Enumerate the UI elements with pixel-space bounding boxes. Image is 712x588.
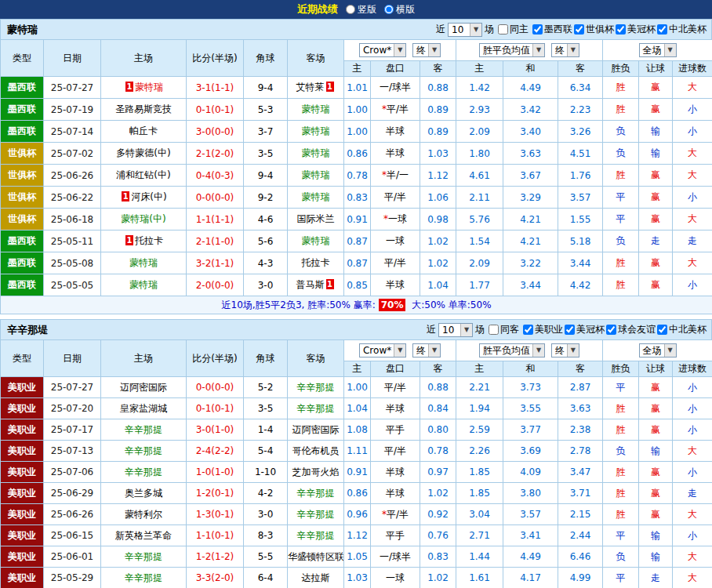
company-dropdown[interactable]: Crow*▼: [359, 343, 406, 358]
final-odds-dropdown[interactable]: 终▼: [412, 43, 441, 57]
league-cell: 美职业: [1, 377, 44, 398]
home-team-cell[interactable]: 多特蒙德(中): [101, 143, 187, 165]
away-team-cell[interactable]: 辛辛那提: [288, 483, 344, 504]
euro-draw-odds-cell: 4.21: [503, 209, 558, 230]
home-team-cell[interactable]: 奥兰多城: [101, 483, 187, 504]
league-filter-checkbox[interactable]: 球会友谊: [606, 323, 656, 336]
home-team-cell[interactable]: 皇家盐湖城: [101, 398, 187, 419]
league-cell: 墨西联: [1, 99, 44, 121]
league-checkbox-input[interactable]: [532, 24, 543, 34]
asian-away-odds-cell: 0.76: [420, 525, 456, 546]
euro-draw-odds-cell: 3.57: [503, 504, 558, 525]
away-team-cell[interactable]: 托拉卡: [288, 252, 344, 274]
home-team-cell[interactable]: 1蒙特瑞: [101, 77, 187, 99]
home-team-cell[interactable]: 辛辛那提: [101, 568, 187, 588]
league-checkbox-input[interactable]: [574, 24, 584, 34]
home-team-cell[interactable]: 辛辛那提: [101, 546, 187, 568]
corner-cell: 9-4: [244, 165, 288, 187]
away-team-cell[interactable]: 蒙特瑞: [288, 143, 344, 165]
subcol-euro-away: 客: [558, 61, 603, 77]
league-checkbox-input[interactable]: [657, 24, 667, 34]
scope-dropdown[interactable]: 全场▼: [639, 343, 677, 358]
away-team-cell[interactable]: 芝加哥火焰: [288, 462, 344, 483]
home-team-cell[interactable]: 新英格兰革命: [101, 525, 187, 546]
away-team-cell[interactable]: 辛辛那提: [288, 377, 344, 398]
league-checkbox-input[interactable]: [606, 325, 616, 335]
scope-dropdown[interactable]: 全场▼: [639, 43, 677, 57]
league-checkbox-input[interactable]: [616, 24, 626, 34]
corner-cell: 5-3: [244, 99, 288, 121]
euro-away-odds-cell: 3.57: [558, 187, 603, 209]
away-team-cell[interactable]: 普马斯1: [288, 274, 344, 296]
league-checkbox-input[interactable]: [523, 325, 533, 335]
away-team-cell[interactable]: 蒙特瑞: [288, 99, 344, 121]
euro-away-odds-cell: 3.47: [558, 462, 603, 483]
away-team-cell[interactable]: 哥伦布机员: [288, 441, 344, 462]
col-home-header: 主场: [101, 40, 187, 77]
horizontal-radio-input[interactable]: [384, 5, 394, 14]
home-team-cell[interactable]: 圣路易斯竞技: [101, 99, 187, 121]
layout-vertical-radio[interactable]: 竖版: [346, 3, 376, 16]
euro-away-odds-cell: 5.18: [558, 230, 603, 252]
same-venue-filter[interactable]: 同客: [489, 323, 519, 336]
home-team-cell[interactable]: 辛辛那提: [101, 441, 187, 462]
home-team-cell[interactable]: 辛辛那提: [101, 462, 187, 483]
dropdown-arrow-icon: ▼: [664, 44, 676, 56]
league-filter-checkbox[interactable]: 美职业: [523, 323, 563, 336]
league-checkbox-label: 美职业: [535, 323, 563, 336]
result-cell: 胜: [603, 504, 639, 525]
same-venue-checkbox[interactable]: [489, 325, 499, 335]
home-team-cell[interactable]: 浦和红钻(中): [101, 165, 187, 187]
league-checkbox-input[interactable]: [657, 325, 667, 335]
league-filter-checkbox[interactable]: 世俱杯: [574, 23, 614, 36]
away-team-cell[interactable]: 蒙特瑞: [288, 230, 344, 252]
col-away-header: 客场: [288, 40, 344, 77]
away-team-cell[interactable]: 辛辛那提: [288, 398, 344, 419]
company-dropdown[interactable]: Crow*▼: [359, 43, 406, 57]
away-team-cell[interactable]: 华盛顿特区联: [288, 546, 344, 568]
date-cell: 25-05-05: [44, 274, 101, 296]
away-team-cell[interactable]: 艾特莱1: [288, 77, 344, 99]
final-odds-dropdown[interactable]: 终▼: [412, 343, 441, 358]
home-team-cell[interactable]: 辛辛那提: [101, 419, 187, 441]
league-filter-checkbox[interactable]: 中北美杯: [657, 23, 707, 36]
same-venue-filter[interactable]: 同主: [498, 23, 529, 36]
home-team-cell[interactable]: 1河床(中): [101, 187, 187, 209]
away-team-cell[interactable]: 国际米兰: [288, 209, 344, 230]
away-team-cell[interactable]: 蒙特瑞: [288, 165, 344, 187]
away-team-cell[interactable]: 迈阿密国际: [288, 419, 344, 441]
vertical-radio-input[interactable]: [346, 5, 355, 14]
league-checkbox-input[interactable]: [565, 325, 575, 335]
euro-draw-odds-cell: 3.77: [503, 419, 558, 441]
home-team-cell[interactable]: 蒙特瑞: [101, 252, 187, 274]
away-team-cell[interactable]: 辛辛那提: [288, 525, 344, 546]
away-team-cell[interactable]: 达拉斯: [288, 568, 344, 588]
result-cell: 平: [603, 568, 639, 588]
league-filter-checkbox[interactable]: 墨西联: [532, 23, 572, 36]
home-team-cell[interactable]: 迈阿密国际: [101, 377, 187, 398]
layout-horizontal-radio[interactable]: 横版: [384, 3, 415, 16]
home-team-cell[interactable]: 蒙特瑞: [101, 274, 187, 296]
home-team-cell[interactable]: 蒙特利尔: [101, 504, 187, 525]
asian-home-odds-cell: 0.91: [344, 209, 371, 230]
final-avg-dropdown[interactable]: 终▼: [551, 43, 579, 57]
same-venue-checkbox[interactable]: [498, 24, 508, 34]
away-team-cell[interactable]: 蒙特瑞: [288, 187, 344, 209]
league-filter-checkbox[interactable]: 美冠杯: [616, 23, 656, 36]
away-team-cell[interactable]: 蒙特瑞: [288, 121, 344, 143]
final-avg-dropdown[interactable]: 终▼: [551, 343, 579, 358]
home-team-cell[interactable]: 蒙特瑞(中): [101, 209, 187, 230]
home-team-cell[interactable]: 帕丘卡: [101, 121, 187, 143]
avg-odds-dropdown[interactable]: 胜平负均值▼: [479, 43, 545, 57]
handicap-cell: 半球: [371, 274, 420, 296]
home-team-cell[interactable]: 1托拉卡: [101, 230, 187, 252]
league-filter-checkbox[interactable]: 中北美杯: [657, 323, 707, 336]
match-count-dropdown[interactable]: 10▼: [448, 23, 482, 37]
away-team-name: 普马斯: [296, 279, 325, 290]
asian-away-odds-cell: 0.78: [420, 441, 456, 462]
away-team-cell[interactable]: 辛辛那提: [288, 504, 344, 525]
match-count-dropdown[interactable]: 10▼: [438, 323, 473, 337]
goals-result-cell: 小: [673, 274, 712, 296]
league-filter-checkbox[interactable]: 美冠杯: [565, 323, 605, 336]
avg-odds-dropdown[interactable]: 胜平负均值▼: [479, 343, 545, 358]
